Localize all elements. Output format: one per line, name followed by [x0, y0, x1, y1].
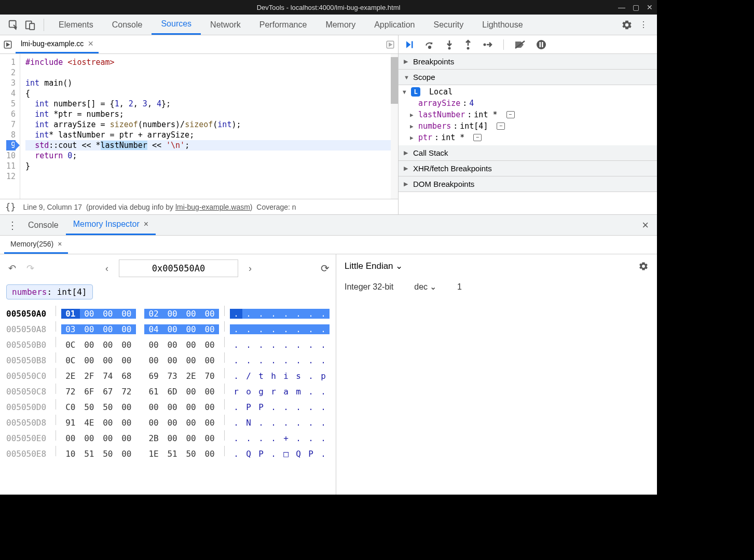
scope-var-numbers[interactable]: ▶numbers: int[4] ⋯ — [410, 120, 657, 132]
tab-network[interactable]: Network — [201, 15, 250, 35]
hex-row[interactable]: 005050C8726F6772616D0000rogram.. — [6, 384, 330, 399]
settings-icon[interactable] — [619, 17, 635, 33]
memory-icon[interactable]: ⋯ — [506, 111, 515, 118]
step-out-icon[interactable] — [464, 39, 472, 50]
memory-icon[interactable]: ⋯ — [497, 122, 505, 130]
drawer-tab-console[interactable]: Console — [21, 215, 66, 235]
interpreter-settings-icon[interactable] — [638, 261, 649, 271]
interp-value: 1 — [457, 282, 462, 292]
curly-braces-icon[interactable]: {} — [5, 202, 16, 212]
close-file-icon[interactable]: × — [88, 38, 93, 49]
xhr-section[interactable]: ▶XHR/fetch Breakpoints — [399, 161, 657, 176]
device-icon[interactable] — [22, 17, 38, 33]
editor-statusbar: {} Line 9, Column 17 (provided via debug… — [0, 199, 398, 214]
breakpoints-section[interactable]: ▶Breakpoints — [399, 54, 657, 70]
scope-local[interactable]: ▼L Local — [403, 86, 657, 98]
close-icon[interactable]: × — [58, 240, 62, 248]
tab-lighthouse[interactable]: Lighthouse — [473, 15, 532, 35]
hex-row[interactable]: 005050D8914E000000000000.N...... — [6, 415, 330, 430]
resume-icon[interactable] — [404, 39, 414, 50]
tab-memory[interactable]: Memory — [316, 15, 365, 35]
tab-security[interactable]: Security — [424, 15, 473, 35]
hex-row[interactable]: 005050C02E2F746869732E70./this.p — [6, 368, 330, 384]
drawer-more-icon[interactable]: ⋮ — [4, 219, 21, 231]
local-badge-icon: L — [411, 87, 420, 97]
close-icon[interactable]: × — [144, 220, 148, 229]
svg-point-6 — [429, 46, 431, 48]
close-icon[interactable]: ✕ — [647, 3, 653, 11]
svg-point-11 — [537, 40, 546, 49]
main-tabs: ElementsConsoleSourcesNetworkPerformance… — [0, 15, 657, 35]
step-into-icon[interactable] — [445, 39, 454, 50]
file-tab-label: lmi-bug-example.cc — [21, 39, 84, 48]
code-editor[interactable]: 123456789101112 #include <iostream>int m… — [0, 54, 398, 199]
svg-rect-13 — [542, 42, 543, 47]
hex-row[interactable]: 005050A80300000004000000........ — [6, 321, 330, 337]
step-icon[interactable] — [483, 40, 493, 49]
hex-row[interactable]: 005050D0C050500000000000.PP..... — [6, 399, 330, 415]
value-interpreter-panel: Little Endian ⌄ Integer 32-bit dec ⌄ 1 — [336, 254, 657, 495]
callstack-section[interactable]: ▶Call Stack — [399, 145, 657, 161]
pause-exceptions-icon[interactable] — [536, 39, 546, 50]
tab-performance[interactable]: Performance — [250, 15, 317, 35]
tab-elements[interactable]: Elements — [49, 15, 103, 35]
redo-icon[interactable]: ↷ — [24, 261, 36, 276]
dom-section[interactable]: ▶DOM Breakpoints — [399, 176, 657, 192]
coverage-text: Coverage: n — [256, 203, 296, 211]
svg-point-8 — [467, 47, 470, 49]
drawer-close-icon[interactable]: × — [638, 218, 653, 232]
drawer: ⋮ Console Memory Inspector × × Memory(25… — [0, 215, 657, 495]
titlebar: DevTools - localhost:4000/lmi-bug-exampl… — [0, 0, 657, 15]
memory-icon[interactable]: ⋯ — [473, 134, 482, 141]
svg-rect-2 — [30, 23, 34, 30]
code-panel: lmi-bug-example.cc × 123456789101112 #in… — [0, 35, 399, 214]
file-tab[interactable]: lmi-bug-example.cc × — [16, 35, 99, 53]
window-title: DevTools - localhost:4000/lmi-bug-exampl… — [257, 4, 401, 11]
hex-row[interactable]: 005050B00C00000000000000........ — [6, 337, 330, 352]
tab-application[interactable]: Application — [365, 15, 424, 35]
hex-table[interactable]: 005050A00100000002000000........005050A8… — [6, 306, 330, 461]
deactivate-breakpoints-icon[interactable] — [514, 40, 526, 49]
drawer-tab-memory-inspector[interactable]: Memory Inspector × — [66, 215, 156, 235]
screencast-icon[interactable] — [386, 40, 395, 49]
hex-row[interactable]: 005050E8105150001E515000.QP.□QP. — [6, 446, 330, 461]
step-over-icon[interactable] — [424, 39, 435, 50]
scope-var-ptr[interactable]: ▶ptr: int * ⋯ — [410, 132, 657, 143]
minimize-icon[interactable]: — — [618, 3, 625, 11]
interp-format-select[interactable]: dec ⌄ — [414, 282, 436, 292]
hex-row[interactable]: 005050E0000000002B000000....+... — [6, 430, 330, 446]
highlighted-object-chip[interactable]: numbers: int[4] — [6, 284, 93, 299]
debugger-panel: ▶Breakpoints ▼Scope ▼L Local arraySize: … — [399, 35, 657, 214]
editor-scrollbar[interactable] — [391, 54, 398, 199]
next-page-icon[interactable]: › — [246, 261, 254, 276]
prev-page-icon[interactable]: ‹ — [103, 261, 111, 276]
scope-var-lastNumber[interactable]: ▶lastNumber: int * ⋯ — [410, 109, 657, 120]
debug-info-link[interactable]: lmi-bug-example.wasm — [175, 203, 250, 211]
memory-tab[interactable]: Memory(256)× — [4, 236, 68, 254]
refresh-icon[interactable]: ⟳ — [321, 262, 330, 275]
svg-rect-12 — [540, 42, 541, 47]
sources-panel: lmi-bug-example.cc × 123456789101112 #in… — [0, 35, 657, 215]
scope-var-arraySize[interactable]: arraySize: 4 — [410, 98, 657, 109]
more-icon[interactable]: ⋮ — [635, 17, 652, 33]
hex-row[interactable]: 005050B80C00000000000000........ — [6, 352, 330, 368]
inspect-icon[interactable] — [5, 17, 22, 33]
memory-address-input[interactable] — [119, 259, 238, 277]
svg-point-7 — [448, 47, 451, 49]
endianness-select[interactable]: Little Endian ⌄ — [345, 261, 403, 271]
cursor-position: Line 9, Column 17 — [23, 203, 82, 211]
svg-point-9 — [484, 43, 486, 46]
devtools-window: DevTools - localhost:4000/lmi-bug-exampl… — [0, 0, 657, 495]
scope-section[interactable]: ▼Scope — [399, 70, 657, 85]
pause-on-caught-icon[interactable] — [3, 40, 12, 49]
tab-console[interactable]: Console — [103, 15, 152, 35]
maximize-icon[interactable]: ▢ — [633, 3, 639, 11]
tab-sources[interactable]: Sources — [152, 15, 201, 35]
undo-icon[interactable]: ↶ — [6, 261, 18, 276]
interp-type-label: Integer 32-bit — [345, 282, 393, 292]
hex-row[interactable]: 005050A00100000002000000........ — [6, 306, 330, 321]
svg-rect-5 — [412, 41, 413, 48]
chevron-down-icon: ⌄ — [430, 282, 436, 292]
chevron-down-icon: ⌄ — [395, 261, 403, 271]
scope-body: ▼L Local arraySize: 4▶lastNumber: int * … — [399, 85, 657, 145]
